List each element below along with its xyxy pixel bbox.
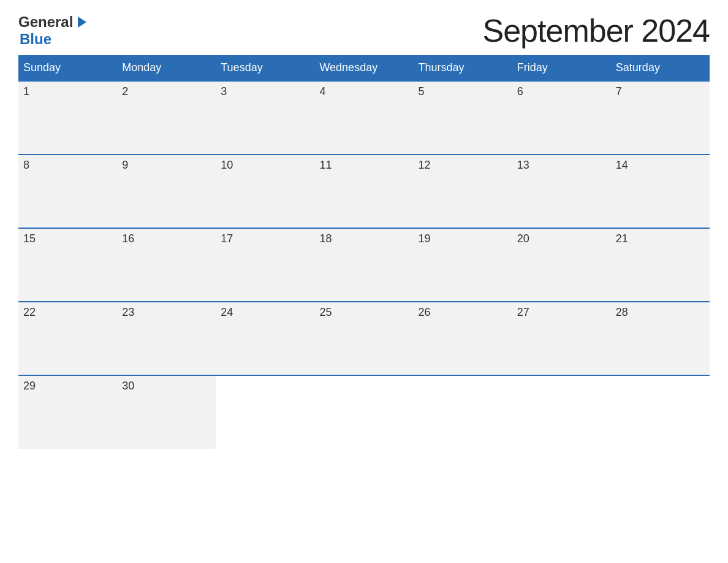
header-saturday: Saturday	[611, 55, 710, 81]
calendar-day-cell: 9	[117, 155, 216, 228]
header-tuesday: Tuesday	[216, 55, 314, 81]
day-number: 18	[319, 232, 332, 245]
calendar-day-cell: 14	[611, 155, 710, 228]
calendar-day-cell: 3	[216, 81, 314, 155]
logo-general-text: General	[18, 13, 73, 31]
calendar-day-cell: 2	[117, 81, 216, 155]
header-monday: Monday	[117, 55, 216, 81]
calendar-day-cell: 6	[512, 81, 611, 155]
day-number: 8	[23, 159, 29, 171]
calendar-day-cell: 5	[414, 81, 512, 155]
header-thursday: Thursday	[414, 55, 512, 81]
weekday-header-row: Sunday Monday Tuesday Wednesday Thursday…	[18, 55, 710, 81]
calendar-day-cell: 23	[117, 302, 216, 375]
calendar-day-cell	[314, 375, 413, 449]
day-number: 1	[23, 85, 29, 98]
calendar-week-row: 2930	[18, 375, 710, 449]
day-number: 16	[122, 232, 134, 245]
day-number: 28	[616, 306, 628, 318]
calendar-day-cell: 7	[611, 81, 710, 155]
day-number: 17	[221, 232, 233, 245]
day-number: 22	[23, 306, 36, 318]
calendar-day-cell	[611, 375, 710, 449]
calendar-day-cell: 4	[314, 81, 413, 155]
day-number: 11	[319, 159, 332, 171]
day-number: 13	[517, 159, 529, 171]
day-number: 14	[616, 159, 628, 171]
logo-arrow-icon	[74, 15, 88, 29]
calendar-day-cell: 20	[512, 228, 611, 302]
day-number: 15	[23, 232, 36, 245]
header-friday: Friday	[512, 55, 611, 81]
day-number: 19	[419, 232, 431, 245]
calendar-day-cell: 16	[117, 228, 216, 302]
day-number: 24	[221, 306, 233, 318]
day-number: 27	[517, 306, 529, 318]
calendar-table: Sunday Monday Tuesday Wednesday Thursday…	[18, 55, 710, 449]
calendar-day-cell: 12	[414, 155, 512, 228]
month-title: September 2024	[483, 12, 710, 49]
day-number: 5	[419, 85, 425, 98]
day-number: 7	[616, 85, 622, 98]
day-number: 30	[122, 380, 134, 392]
day-number: 9	[122, 159, 128, 171]
calendar-day-cell: 18	[314, 228, 413, 302]
calendar-week-row: 1234567	[18, 81, 710, 155]
calendar-day-cell: 25	[314, 302, 413, 375]
calendar-day-cell: 1	[18, 81, 117, 155]
header-sunday: Sunday	[18, 55, 117, 81]
day-number: 3	[221, 85, 227, 98]
svg-marker-0	[78, 17, 86, 28]
day-number: 4	[319, 85, 325, 98]
calendar-week-row: 15161718192021	[18, 228, 710, 302]
calendar-day-cell: 17	[216, 228, 314, 302]
calendar-day-cell	[512, 375, 611, 449]
calendar-day-cell: 30	[117, 375, 216, 449]
day-number: 12	[419, 159, 431, 171]
calendar-day-cell	[414, 375, 512, 449]
calendar-day-cell	[216, 375, 314, 449]
day-number: 10	[221, 159, 233, 171]
day-number: 21	[616, 232, 628, 245]
calendar-day-cell: 15	[18, 228, 117, 302]
header-wednesday: Wednesday	[314, 55, 413, 81]
calendar-day-cell: 11	[314, 155, 413, 228]
calendar-week-row: 22232425262728	[18, 302, 710, 375]
logo-blue-text: Blue	[20, 31, 51, 48]
calendar-day-cell: 13	[512, 155, 611, 228]
day-number: 26	[419, 306, 431, 318]
calendar-day-cell: 22	[18, 302, 117, 375]
calendar-day-cell: 29	[18, 375, 117, 449]
calendar-day-cell: 19	[414, 228, 512, 302]
day-number: 29	[23, 380, 36, 392]
logo: General Blue	[18, 13, 88, 48]
calendar-day-cell: 27	[512, 302, 611, 375]
calendar-day-cell: 28	[611, 302, 710, 375]
calendar-day-cell: 8	[18, 155, 117, 228]
day-number: 20	[517, 232, 529, 245]
calendar-week-row: 891011121314	[18, 155, 710, 228]
calendar-day-cell: 24	[216, 302, 314, 375]
day-number: 23	[122, 306, 134, 318]
calendar-day-cell: 26	[414, 302, 512, 375]
day-number: 25	[319, 306, 332, 318]
page-header: General Blue September 2024	[18, 12, 710, 49]
day-number: 2	[122, 85, 128, 98]
day-number: 6	[517, 85, 523, 98]
calendar-day-cell: 21	[611, 228, 710, 302]
calendar-day-cell: 10	[216, 155, 314, 228]
